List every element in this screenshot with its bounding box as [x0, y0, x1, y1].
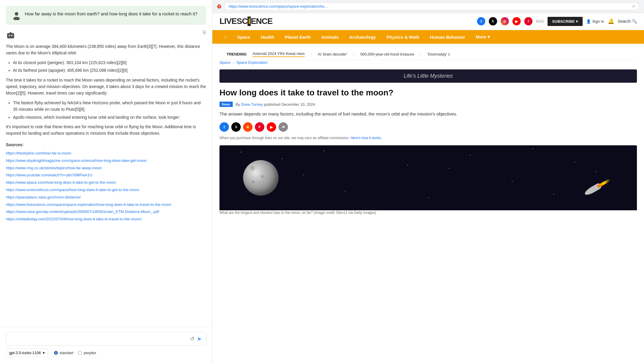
source-link-7[interactable]: https://spaceplace.nasa.gov/moon-distanc… — [6, 194, 206, 201]
share-facebook[interactable]: f — [219, 122, 229, 132]
sub-bullet-2: Apollo missions, which involved entering… — [13, 114, 206, 121]
input-container: ↺ ➤ — [6, 332, 206, 346]
nav-item-more[interactable]: More ▾ — [471, 30, 495, 44]
ai-message: ⎘ The Moon is on average 384,400 kilomet… — [6, 30, 206, 225]
svg-rect-4 — [11, 35, 12, 36]
site-nav: ⌂ Space Health Planet Earth Animals Arch… — [212, 30, 644, 44]
moon-image — [219, 145, 637, 210]
url-bar: https://www.livescience.com/space/space-… — [224, 2, 639, 10]
sources-section: Sources: https://theskylive.com/how-far-… — [6, 141, 206, 222]
article-meta: News By Drew Turney published December 1… — [219, 102, 637, 107]
source-link-10[interactable]: https://orbitaltoday.com/2022/07/04/how-… — [6, 216, 206, 222]
trending-item-1[interactable]: Asteroid 2024 YR4 threat rises — [253, 51, 305, 57]
ai-bullets: At its closest point (perigee): 363,104 … — [13, 59, 206, 74]
mode-standart-radio[interactable] — [54, 351, 58, 355]
sub-bullet-1: The fastest flyby achieved by NASA's New… — [13, 100, 206, 113]
affiliate-link[interactable]: Here's how it works. — [350, 136, 382, 140]
source-link-6[interactable]: https://www.sciencefocus.com/space/how-l… — [6, 187, 206, 193]
instagram-icon[interactable]: ◎ — [501, 17, 509, 25]
nav-item-space[interactable]: Space — [232, 30, 255, 44]
share-reddit[interactable]: R — [243, 122, 253, 132]
url-text: https://www.livescience.com/space/space-… — [229, 4, 629, 9]
trending-item-3[interactable]: 500,000-year-old fossil treasure — [360, 52, 414, 56]
share-pinterest[interactable]: P — [255, 122, 264, 132]
twitter-x-icon[interactable]: 𝕏 — [489, 17, 497, 25]
stars-background — [219, 145, 637, 210]
header-right: f 𝕏 ◎ ▶ f RSS SUBSCRIBE ▾ 👤 Sign In 🔔 — [477, 17, 637, 26]
svg-rect-2 — [7, 33, 14, 38]
flipboard-icon[interactable]: f — [524, 17, 532, 25]
ai-message-header — [6, 31, 206, 40]
article-banner-text: Life's Little Mysteries — [404, 73, 453, 79]
share-twitter[interactable]: 𝕏 — [231, 122, 241, 132]
mode-perplex[interactable]: perplex — [78, 351, 96, 355]
svg-point-0 — [15, 12, 18, 16]
mode-perplex-radio[interactable] — [78, 351, 82, 355]
chat-input[interactable] — [10, 336, 188, 341]
youtube-icon[interactable]: ▶ — [512, 17, 521, 25]
nav-home[interactable]: ⌂ — [219, 30, 232, 44]
rss-link[interactable]: RSS — [536, 19, 544, 24]
model-selector[interactable]: gpt-3.5-turbo-1106 ▾ — [6, 349, 48, 357]
user-message-text: How far away is the moon from earth? and… — [25, 11, 197, 17]
article-title: How long does it take to travel to the m… — [219, 87, 637, 98]
nav-item-animals[interactable]: Animals — [316, 30, 344, 44]
site-header-top: LIVE SC I ENCE f 𝕏 ◎ ▶ f RSS SUBSCRIBE ▾ — [219, 13, 637, 30]
user-avatar — [12, 11, 21, 20]
svg-rect-3 — [9, 35, 10, 36]
svg-rect-5 — [10, 32, 12, 33]
search-button[interactable]: Search 🔍 — [618, 19, 637, 24]
person-icon: 👤 — [586, 19, 591, 24]
image-caption: What are the longest and shortest trips … — [219, 210, 637, 215]
ai-avatar — [6, 31, 15, 40]
trending-item-4[interactable]: 'Doomsday' c — [427, 52, 450, 56]
nav-item-human-behavior[interactable]: Human Behavior — [425, 30, 470, 44]
author-link[interactable]: Drew Turney — [241, 102, 263, 107]
logo-i: I — [248, 17, 251, 26]
nav-item-archaeology[interactable]: Archaeology — [344, 30, 381, 44]
mode-standart-label: standart — [60, 351, 73, 355]
signin-button[interactable]: 👤 Sign In — [586, 19, 604, 24]
ai-content: The Moon is on average 384,400 kilometer… — [6, 43, 206, 222]
nav-item-planet-earth[interactable]: Planet Earth — [280, 30, 316, 44]
trending-bar: TRENDING Asteroid 2024 YR4 threat rises … — [219, 48, 637, 60]
article-banner: Life's Little Mysteries — [219, 69, 637, 83]
sources-label: Sources: — [6, 141, 206, 148]
svg-point-1 — [13, 17, 20, 20]
external-link-icon: ↗ — [632, 4, 635, 9]
refresh-button[interactable]: ↺ — [190, 336, 194, 342]
social-share: f 𝕏 R P ▶ ✉ — [219, 122, 637, 132]
trending-item-2[interactable]: AI 'brain decoder' — [318, 52, 347, 56]
source-link-2[interactable]: https://www.skyatnightmagazine.com/space… — [6, 158, 206, 164]
site-header: LIVE SC I ENCE f 𝕏 ◎ ▶ f RSS SUBSCRIBE ▾ — [212, 13, 644, 30]
send-button[interactable]: ➤ — [197, 335, 202, 342]
browser-panel: ✕ https://www.livescience.com/space/spac… — [212, 0, 644, 363]
facebook-icon[interactable]: f — [477, 17, 485, 25]
source-link-8[interactable]: https://www.livescience.com/space/space-… — [6, 202, 206, 208]
model-label: gpt-3.5-turbo-1106 — [9, 351, 41, 355]
livescience-site: LIVE SC I ENCE f 𝕏 ◎ ▶ f RSS SUBSCRIBE ▾ — [212, 13, 644, 363]
notification-bell-button[interactable]: 🔔 — [608, 18, 614, 25]
moon-graphic — [243, 160, 278, 196]
source-link-5[interactable]: https://www.space.com/how-long-does-it-t… — [6, 180, 206, 186]
source-link-3[interactable]: https://www.rmg.co.uk/stories/topics/how… — [6, 165, 206, 171]
mode-standart[interactable]: standart — [54, 351, 73, 355]
share-youtube[interactable]: ▶ — [267, 122, 276, 132]
share-email[interactable]: ✉ — [278, 122, 288, 132]
ai-para2: The time it takes for a rocket to reach … — [6, 77, 206, 97]
browser-close-button[interactable]: ✕ — [217, 4, 221, 9]
source-link-4[interactable]: https://www.youtube.com/watch?v=y8n70MPw… — [6, 172, 206, 178]
subscribe-button[interactable]: SUBSCRIBE ▾ — [548, 17, 583, 26]
source-link-1[interactable]: https://theskylive.com/how-far-is-moon — [6, 150, 206, 157]
copy-button[interactable]: ⎘ — [203, 30, 206, 36]
chat-panel: How far away is the moon from earth? and… — [0, 0, 212, 363]
nav-item-physics-math[interactable]: Physics & Math — [381, 30, 425, 44]
breadcrumb: Space › Space Exploration — [219, 60, 637, 65]
breadcrumb-space-exploration[interactable]: Space Exploration — [236, 60, 268, 65]
mode-radio-group: standart perplex — [54, 351, 96, 355]
model-options: gpt-3.5-turbo-1106 ▾ standart perplex — [6, 349, 206, 357]
breadcrumb-space[interactable]: Space — [219, 60, 230, 65]
nav-item-health[interactable]: Health — [255, 30, 280, 44]
source-link-9[interactable]: https://www.nasa.gov/wp-content/uploads/… — [6, 209, 206, 215]
breadcrumb-separator: › — [233, 60, 234, 65]
